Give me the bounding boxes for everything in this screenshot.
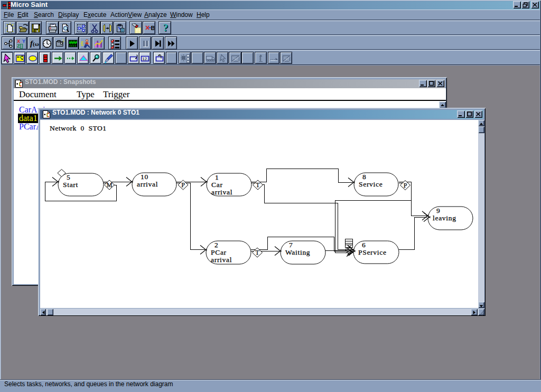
svg-text:Start: Start: [63, 181, 78, 189]
svg-text:arrival: arrival: [137, 180, 158, 188]
svg-text:T: T: [256, 181, 260, 189]
svg-text:Car: Car: [211, 181, 223, 189]
svg-text:Service: Service: [359, 180, 383, 188]
svg-text:1: 1: [215, 173, 219, 181]
svg-text:P: P: [404, 182, 407, 189]
svg-text:?: ?: [163, 23, 169, 33]
svg-text:7: 7: [289, 241, 293, 249]
svg-text:9: 9: [436, 207, 440, 214]
svg-text:Network 0 STO1: Network 0 STO1: [50, 124, 107, 132]
svg-text:M: M: [107, 181, 113, 189]
svg-text:8: 8: [362, 173, 366, 181]
svg-text:T: T: [255, 249, 259, 256]
svg-text:PService: PService: [358, 248, 387, 256]
svg-text:B: B: [151, 25, 154, 31]
svg-text:P: P: [181, 181, 185, 189]
svg-text:Z[]: Z[]: [17, 43, 23, 49]
svg-text:5: 5: [67, 173, 70, 181]
svg-text:arrival: arrival: [211, 188, 232, 196]
svg-text:(ω): (ω): [33, 41, 39, 48]
svg-text:6: 6: [362, 241, 366, 249]
svg-text:Waiting: Waiting: [285, 248, 310, 256]
svg-text:10: 10: [141, 173, 148, 181]
svg-text:PCar: PCar: [211, 248, 227, 256]
svg-text:leaving: leaving: [433, 214, 456, 222]
svg-text:2: 2: [214, 241, 218, 249]
svg-text:12..: 12..: [142, 56, 149, 61]
svg-text:arrival: arrival: [211, 256, 232, 264]
